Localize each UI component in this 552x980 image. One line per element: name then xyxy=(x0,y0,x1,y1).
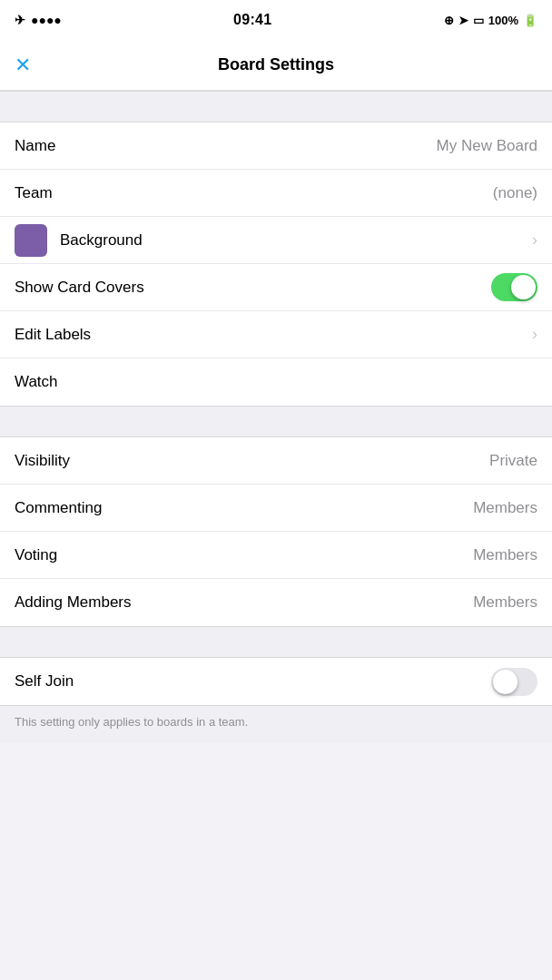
status-time: 09:41 xyxy=(233,12,271,28)
top-section-gap xyxy=(0,91,552,122)
edit-labels-row[interactable]: Edit Labels › xyxy=(0,311,552,358)
team-row[interactable]: Team (none) xyxy=(0,170,552,217)
settings-group-3: Self Join xyxy=(0,658,552,705)
edit-labels-chevron-icon: › xyxy=(532,325,537,344)
status-bar: ✈ ●●●● 09:41 ⊕ ➤ ▭ 100% 🔋 xyxy=(0,0,552,40)
name-label: Name xyxy=(15,137,55,155)
self-join-label: Self Join xyxy=(15,672,74,691)
watch-label: Watch xyxy=(15,373,58,391)
bottom-section-gap xyxy=(0,626,552,658)
voting-row[interactable]: Voting Members xyxy=(0,532,552,579)
visibility-value: Private xyxy=(489,452,537,470)
name-row-left: Name xyxy=(15,137,55,155)
status-left: ✈ ●●●● xyxy=(15,13,62,27)
background-row[interactable]: Background › xyxy=(0,217,552,264)
show-card-covers-label: Show Card Covers xyxy=(15,279,144,297)
self-join-toggle[interactable] xyxy=(491,668,537,696)
voting-label: Voting xyxy=(15,546,57,564)
plane-icon: ✈ xyxy=(15,13,25,27)
nav-bar: ✕ Board Settings xyxy=(0,40,552,91)
commenting-label: Commenting xyxy=(15,499,102,517)
visibility-left: Visibility xyxy=(15,452,70,470)
self-join-note: This setting only applies to boards in a… xyxy=(0,705,552,743)
close-button[interactable]: ✕ xyxy=(15,54,31,77)
voting-value: Members xyxy=(473,546,537,564)
visibility-row[interactable]: Visibility Private xyxy=(0,437,552,485)
screen-icon: ▭ xyxy=(473,14,484,27)
voting-left: Voting xyxy=(15,546,57,564)
self-join-toggle-thumb xyxy=(493,670,518,694)
arrow-icon: ➤ xyxy=(458,14,468,27)
edit-labels-left: Edit Labels xyxy=(15,326,91,344)
adding-members-left: Adding Members xyxy=(15,593,132,612)
name-row[interactable]: Name My New Board xyxy=(0,122,552,170)
adding-members-value: Members xyxy=(473,593,537,612)
background-label: Background xyxy=(60,231,143,250)
commenting-value: Members xyxy=(473,499,537,517)
commenting-row[interactable]: Commenting Members xyxy=(0,485,552,532)
middle-section-gap xyxy=(0,406,552,437)
team-label: Team xyxy=(15,184,53,202)
background-color-swatch xyxy=(15,224,47,257)
show-card-covers-toggle[interactable] xyxy=(491,273,537,301)
background-row-left: Background xyxy=(15,224,143,257)
watch-row-left: Watch xyxy=(15,373,58,391)
location-icon: ⊕ xyxy=(444,14,454,27)
show-card-covers-left: Show Card Covers xyxy=(15,279,144,297)
self-join-left: Self Join xyxy=(15,672,74,691)
battery-percent: 100% xyxy=(488,14,518,27)
adding-members-row[interactable]: Adding Members Members xyxy=(0,579,552,626)
edit-labels-label: Edit Labels xyxy=(15,326,91,344)
settings-group-1: Name My New Board Team (none) Background… xyxy=(0,122,552,406)
battery-icon: 🔋 xyxy=(523,14,537,27)
team-row-left: Team xyxy=(15,184,53,202)
commenting-left: Commenting xyxy=(15,499,102,517)
settings-group-2: Visibility Private Commenting Members Vo… xyxy=(0,437,552,626)
name-value: My New Board xyxy=(437,137,537,155)
self-join-row[interactable]: Self Join xyxy=(0,658,552,705)
visibility-label: Visibility xyxy=(15,452,70,470)
signal-icon: ●●●● xyxy=(31,13,62,27)
watch-row[interactable]: Watch xyxy=(0,358,552,406)
toggle-thumb xyxy=(511,275,536,299)
page-title: Board Settings xyxy=(218,55,334,74)
team-value: (none) xyxy=(493,184,537,202)
status-right: ⊕ ➤ ▭ 100% 🔋 xyxy=(444,14,537,27)
show-card-covers-row[interactable]: Show Card Covers xyxy=(0,264,552,311)
self-join-note-text: This setting only applies to boards in a… xyxy=(15,715,248,729)
adding-members-label: Adding Members xyxy=(15,593,132,612)
background-chevron-icon: › xyxy=(532,230,537,250)
